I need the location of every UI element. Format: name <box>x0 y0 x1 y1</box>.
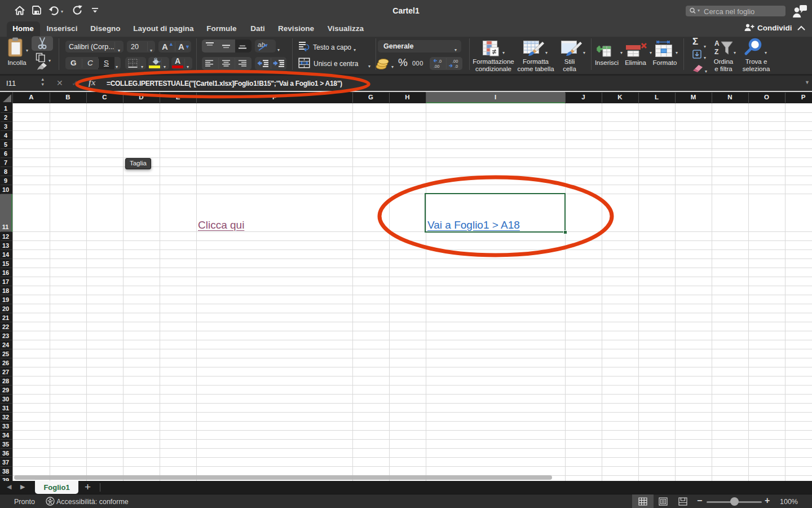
svg-text:.0: .0 <box>454 64 458 69</box>
svg-text:A: A <box>714 40 720 47</box>
svg-text:Z: Z <box>714 48 718 56</box>
svg-text:.00: .00 <box>434 64 439 69</box>
